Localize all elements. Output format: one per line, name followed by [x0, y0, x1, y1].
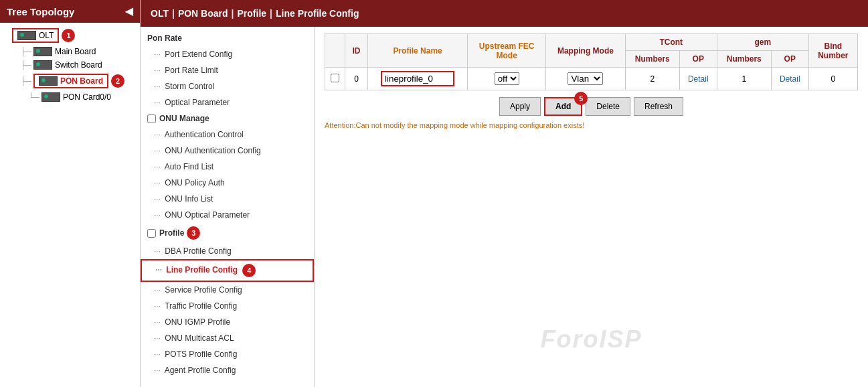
sidebar: Tree Topology ◀ OLT 1 ├─ Main Board ├─	[0, 0, 141, 387]
delete-button[interactable]: Delete	[586, 97, 630, 116]
step-badge-3: 3	[187, 226, 200, 240]
row-gem-op-cell: Detail	[771, 68, 808, 90]
watermark: ForoISP	[540, 325, 642, 354]
nav-item-traffic-profile-config[interactable]: ··· Traffic Profile Config	[141, 298, 314, 314]
nav-item-onu-optical-parameter[interactable]: ··· ONU Optical Parameter	[141, 207, 314, 223]
nav-item-auth-control[interactable]: ··· Authentication Control	[141, 127, 314, 143]
th-gem-group: gem	[717, 34, 808, 51]
refresh-button[interactable]: Refresh	[634, 97, 683, 116]
breadcrumb-olt: OLT	[151, 8, 169, 19]
breadcrumb-sep-1: |	[172, 8, 175, 19]
nav-item-onu-info-list[interactable]: ··· ONU Info List	[141, 191, 314, 207]
switchboard-icon	[33, 60, 52, 70]
th-mapping-mode: Mapping Mode	[546, 34, 626, 68]
tree-item-olt[interactable]: OLT 1	[0, 26, 140, 45]
breadcrumb-sep-2: |	[232, 8, 234, 19]
th-profile-name: Profile Name	[368, 34, 468, 68]
row-checkbox-cell	[325, 68, 345, 90]
th-bind-number: BindNumber	[808, 34, 857, 68]
th-tcont-numbers: Numbers	[625, 51, 679, 68]
pon-box: PON Board	[33, 74, 108, 88]
nav-item-line-profile-config[interactable]: ··· Line Profile Config 4	[141, 259, 314, 282]
row-profile-name-cell	[368, 68, 468, 90]
breadcrumb-bar: OLT | PON Board | Profile | Line Profile…	[141, 0, 868, 27]
attention-text: Attention:Can not modify the mapping mod…	[325, 121, 858, 129]
nav-item-onu-igmp-profile[interactable]: ··· ONU IGMP Profile	[141, 314, 314, 330]
nav-group-ponrate: Pon Rate	[141, 30, 314, 46]
th-tcont-op: OP	[679, 51, 717, 68]
nav-item-port-rate-limit[interactable]: ··· Port Rate Limit	[141, 62, 314, 78]
breadcrumb-lineprofile: Line Profile Config	[276, 8, 359, 19]
sidebar-header: Tree Topology ◀	[0, 0, 140, 23]
row-upstream-fec-cell: off on	[468, 68, 546, 90]
poncard-icon	[41, 92, 60, 102]
tree-item-poncard[interactable]: └─ PON Card0/0	[0, 90, 140, 104]
tree-item-mainboard[interactable]: ├─ Main Board	[0, 45, 140, 58]
nav-item-auto-find-list[interactable]: ··· Auto Find List	[141, 159, 314, 175]
row-tcont-op-cell: Detail	[679, 68, 717, 90]
table-area: ID Profile Name Upstream FECMode Mapping…	[315, 27, 868, 387]
th-checkbox	[325, 34, 345, 68]
breadcrumb-profile: Profile	[238, 8, 267, 19]
breadcrumb-sep-3: |	[270, 8, 272, 19]
switchboard-label: Switch Board	[55, 60, 102, 70]
button-area: Apply Add 5 Delete Refresh	[325, 97, 858, 116]
row-gem-detail-link[interactable]: Detail	[780, 74, 800, 84]
nav-group-ponrate-label: Pon Rate	[147, 33, 182, 43]
tree-item-switchboard[interactable]: ├─ Switch Board	[0, 58, 140, 72]
nav-item-storm-control[interactable]: ··· Storm Control	[141, 78, 314, 94]
nav-group-profile-checkbox[interactable]	[147, 229, 156, 238]
breadcrumb-ponboard: PON Board	[178, 8, 228, 19]
row-gem-numbers: 1	[717, 68, 771, 90]
row-bind-number: 0	[808, 68, 857, 90]
step-badge-4: 4	[242, 264, 256, 277]
nav-item-optical-parameter[interactable]: ··· Optical Parameter	[141, 94, 314, 110]
step-badge-2: 2	[111, 74, 124, 88]
th-id: ID	[345, 34, 368, 68]
nav-group-onumanage-label: ONU Manage	[159, 114, 209, 123]
apply-button[interactable]: Apply	[499, 97, 541, 116]
poncard-label: PON Card0/0	[63, 92, 111, 102]
olt-label: OLT	[39, 31, 54, 40]
ponboard-label: PON Board	[60, 76, 103, 86]
nav-group-onumanage: ONU Manage	[141, 110, 314, 127]
olt-box: OLT	[12, 28, 59, 43]
content-area: Pon Rate ··· Port Extend Config ··· Port…	[141, 27, 868, 387]
nav-item-dba-profile-config[interactable]: ··· DBA Profile Config	[141, 243, 314, 259]
th-gem-op: OP	[771, 51, 808, 68]
olt-icon	[17, 31, 36, 40]
mainboard-label: Main Board	[55, 47, 96, 56]
row-tcont-numbers: 2	[625, 68, 679, 90]
tree-item-ponboard[interactable]: ├─ PON Board 2	[0, 72, 140, 90]
app-layout: Tree Topology ◀ OLT 1 ├─ Main Board ├─	[0, 0, 868, 387]
th-gem-numbers: Numbers	[717, 51, 771, 68]
sidebar-arrow-icon: ◀	[125, 5, 133, 17]
mainboard-icon	[33, 47, 52, 56]
row-checkbox[interactable]	[331, 74, 339, 82]
nav-item-agent-profile-config[interactable]: ··· Agent Profile Config	[141, 362, 314, 378]
ponboard-icon	[39, 76, 58, 86]
row-mapping-mode-select[interactable]: Vlan GEM TOS	[568, 72, 603, 85]
nav-item-onu-auth-config[interactable]: ··· ONU Authentication Config	[141, 143, 314, 159]
step-badge-1: 1	[62, 29, 75, 42]
nav-group-onumanage-checkbox[interactable]	[147, 114, 156, 123]
row-profile-name-input[interactable]	[381, 71, 454, 86]
add-button[interactable]: Add 5	[544, 97, 582, 116]
row-tcont-detail-link[interactable]: Detail	[688, 74, 709, 84]
sidebar-title: Tree Topology	[7, 6, 74, 17]
line-profile-table: ID Profile Name Upstream FECMode Mapping…	[325, 33, 858, 90]
nav-item-port-extend-config[interactable]: ··· Port Extend Config	[141, 46, 314, 62]
nav-group-profile: Profile 3	[141, 223, 314, 243]
nav-item-pots-profile-config[interactable]: ··· POTS Profile Config	[141, 346, 314, 362]
row-id: 0	[345, 68, 368, 90]
nav-item-onu-policy-auth[interactable]: ··· ONU Policy Auth	[141, 175, 314, 191]
th-upstream-fec-mode: Upstream FECMode	[468, 34, 546, 68]
nav-group-profile-label: Profile	[159, 228, 184, 238]
nav-item-onu-multicast-acl[interactable]: ··· ONU Multicast ACL	[141, 330, 314, 346]
nav-item-service-profile-config[interactable]: ··· Service Profile Config	[141, 282, 314, 298]
row-mapping-mode-cell: Vlan GEM TOS	[546, 68, 626, 90]
row-upstream-fec-select[interactable]: off on	[495, 72, 519, 85]
nav-menu: Pon Rate ··· Port Extend Config ··· Port…	[141, 27, 315, 387]
table-row: 0 off on	[325, 68, 858, 90]
main-panel: OLT | PON Board | Profile | Line Profile…	[141, 0, 868, 387]
